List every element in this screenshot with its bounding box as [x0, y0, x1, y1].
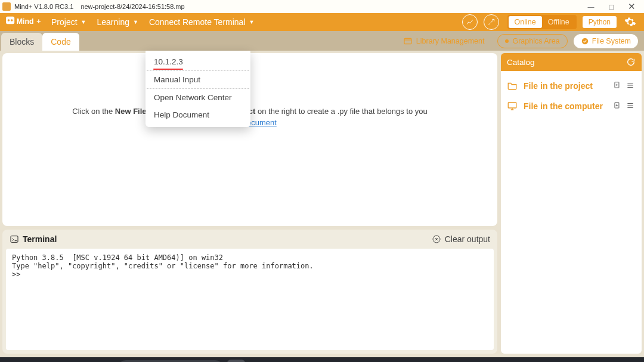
svg-rect-7 — [11, 236, 18, 243]
clear-icon — [432, 234, 441, 244]
menu-project-label: Project — [51, 17, 78, 27]
online-offline-toggle[interactable]: Online Offline — [507, 15, 577, 29]
online-option[interactable]: Online — [509, 16, 542, 28]
list-toggle-button[interactable] — [626, 81, 636, 91]
catalog-header: Catalog — [501, 53, 642, 71]
dot-icon — [505, 39, 509, 43]
svg-rect-10 — [508, 103, 516, 108]
svg-point-2 — [11, 20, 13, 22]
edit-button[interactable] — [484, 14, 499, 30]
taskbar-app-icon[interactable]: ⬢ — [270, 360, 288, 362]
svg-point-1 — [8, 20, 10, 22]
catalog-row-computer-files[interactable]: File in the computer — [504, 96, 638, 116]
menu-project[interactable]: Project▼ — [51, 17, 86, 27]
graphics-area-button[interactable]: Graphics Area — [497, 34, 567, 48]
svg-rect-5 — [404, 38, 411, 44]
chevron-down-icon: ▼ — [81, 19, 86, 25]
tab-blocks[interactable]: Blocks — [1, 33, 42, 51]
app-version: Mind+ V1.8.0 RC3.1 — [14, 3, 73, 10]
menu-connect-label: Connect Remote Terminal — [149, 17, 246, 27]
settings-button[interactable] — [623, 14, 638, 30]
start-button[interactable]: ⊞ — [96, 360, 114, 362]
taskbar-app-icon[interactable]: 🔵 — [227, 360, 245, 362]
terminal-icon — [10, 234, 19, 244]
main-area: 10.1.2.3 Manual Input Open Network Cente… — [0, 51, 644, 357]
terminal-title-label: Terminal — [23, 234, 57, 244]
tab-code[interactable]: Code — [42, 33, 79, 51]
chevron-down-icon: ▼ — [249, 19, 255, 25]
terminal-title: Terminal — [10, 234, 57, 244]
dropdown-item-manual-input[interactable]: Manual Input — [147, 71, 249, 89]
svg-point-6 — [581, 38, 588, 44]
dropdown-item-network-center[interactable]: Open Network Center — [147, 89, 249, 106]
taskbar-app-icon[interactable]: 🛡 — [335, 360, 352, 362]
catalog-row-computer-label: File in the computer — [524, 101, 609, 111]
catalog-row-project-label: File in the project — [524, 81, 609, 91]
os-titlebar: Mind+ V1.8.0 RC3.1 new-project-8/24/2024… — [0, 0, 644, 13]
taskbar-app-icon[interactable]: 🤖 — [442, 360, 460, 362]
close-button[interactable]: ✕ — [621, 0, 642, 13]
svg-text:Mind: Mind — [17, 18, 34, 26]
notifications-icon[interactable]: 💬 — [623, 360, 640, 362]
check-circle-icon — [581, 37, 589, 45]
dropdown-item-ip[interactable]: 10.1.2.3 — [147, 53, 249, 71]
msg-post: on the right to create a .py file that b… — [255, 107, 427, 116]
new-file-button[interactable] — [613, 81, 623, 91]
clear-output-button[interactable]: Clear output — [432, 234, 490, 244]
dropdown-item-help-document[interactable]: Help Document — [147, 106, 249, 123]
refresh-icon[interactable] — [626, 57, 636, 67]
taskbar-app-icon[interactable]: 🎵 — [313, 360, 331, 362]
catalog-row-project-files[interactable]: File in the project — [504, 76, 638, 96]
file-system-label: File System — [592, 37, 631, 45]
minimize-button[interactable]: — — [581, 0, 601, 13]
terminal-panel: Terminal Clear output Python 3.8.5 [MSC … — [2, 230, 497, 354]
connect-remote-dropdown: 10.1.2.3 Manual Input Open Network Cente… — [145, 51, 250, 127]
folder-icon — [507, 81, 518, 91]
taskbar-app-icon[interactable]: 📋 — [377, 360, 395, 362]
menubar: Mind+ Project▼ Learning▼ Connect Remote … — [0, 13, 644, 31]
menu-learning-label: Learning — [97, 17, 130, 27]
python-mode-pill[interactable]: Python — [583, 16, 617, 28]
windows-taskbar: 1GBP/INR +0.79% ⊞ Search 🔵 📁 ⬢ 🌐 🎵 🛡 ✉ 📋… — [0, 357, 644, 362]
catalog-title: Catalog — [507, 58, 535, 67]
terminal-output[interactable]: Python 3.8.5 [MSC v.1924 64 bit AMD64)] … — [6, 249, 494, 350]
graphics-area-label: Graphics Area — [512, 37, 559, 45]
taskbar-app-icon[interactable]: 🗂 — [399, 360, 417, 362]
svg-rect-0 — [6, 17, 14, 24]
library-management-button[interactable]: Library Management — [396, 34, 492, 48]
list-toggle-button[interactable] — [626, 101, 636, 111]
chevron-down-icon: ▼ — [133, 19, 138, 25]
toolbar: Blocks Code Library Management Graphics … — [0, 31, 644, 51]
monitor-icon — [507, 101, 518, 112]
menu-connect-remote[interactable]: Connect Remote Terminal▼ — [149, 17, 255, 27]
new-file-button[interactable] — [613, 101, 623, 111]
offline-option[interactable]: Offline — [542, 18, 575, 26]
app-icon — [2, 2, 11, 11]
taskbar-app-icon[interactable]: 🌐 — [292, 360, 309, 362]
menu-learning[interactable]: Learning▼ — [97, 17, 138, 27]
clear-output-label: Clear output — [445, 234, 490, 244]
maximize-button[interactable]: ▢ — [601, 0, 621, 13]
taskbar-app-icon[interactable]: 📁 — [249, 360, 267, 362]
catalog-panel: Catalog File in the project File in the … — [500, 51, 644, 357]
project-filename: new-project-8/24/2024-16:51:58.mp — [80, 3, 184, 10]
taskbar-vscode-icon[interactable]: ⧉ — [420, 360, 438, 362]
taskbar-app-icon[interactable]: ✉ — [356, 360, 374, 362]
stats-button[interactable] — [462, 14, 478, 30]
mindplus-logo: Mind+ — [6, 15, 43, 29]
library-management-label: Library Management — [416, 37, 485, 45]
msg-pre: Click on the — [72, 107, 115, 116]
file-system-button[interactable]: File System — [574, 34, 638, 48]
svg-text:+: + — [36, 18, 41, 26]
